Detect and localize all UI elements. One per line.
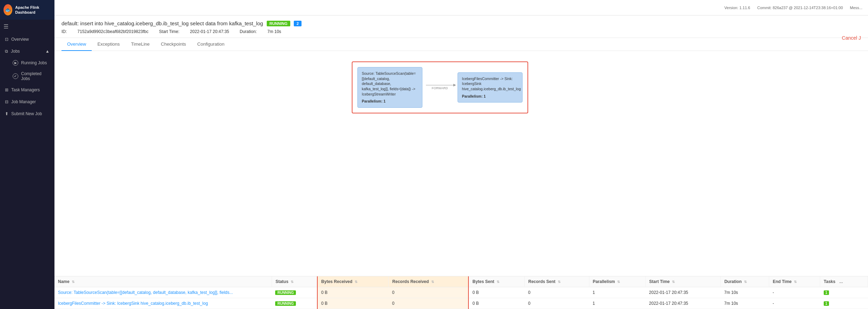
- job-start-time-value: 2022-01-17 20:47:35: [190, 29, 229, 34]
- col-header-bytes-received[interactable]: Bytes Received ⇅: [317, 276, 389, 287]
- row1-status-badge: RUNNING: [275, 290, 296, 295]
- job-title: default: insert into hive_catalog.iceber…: [61, 20, 263, 26]
- sidebar-item-overview[interactable]: ⊡ Overview: [0, 33, 54, 45]
- row2-status: RUNNING: [272, 298, 317, 309]
- row1-parallelism: 1: [589, 287, 646, 298]
- sort-bytes-received-icon: ⇅: [355, 280, 357, 284]
- row2-tasks-badge: 1: [824, 301, 829, 306]
- dag-arrow-line: [426, 85, 454, 86]
- col-header-parallelism[interactable]: Parallelism ⇅: [589, 276, 646, 287]
- tab-checkpoints[interactable]: Checkpoints: [155, 38, 192, 51]
- col-header-end-time[interactable]: End Time ⇅: [769, 276, 820, 287]
- table-row: Source: TableSourceScan(table=[[default_…: [54, 287, 868, 298]
- col-header-name[interactable]: Name ⇅: [54, 276, 272, 287]
- col-more-icon[interactable]: ...: [837, 278, 846, 285]
- dag-arrow-label: FORWARD: [432, 86, 448, 90]
- col-header-status[interactable]: Status ⇅: [272, 276, 317, 287]
- row2-status-badge: RUNNING: [275, 301, 296, 306]
- cancel-job-button[interactable]: Cancel J: [842, 35, 861, 41]
- logo-icon: 🐟: [4, 4, 12, 15]
- dag-arrow: FORWARD: [422, 85, 458, 90]
- row1-bytes-sent: 0 B: [468, 287, 524, 298]
- table-row: IcebergFilesCommitter -> Sink: IcebergSi…: [54, 298, 868, 309]
- dag-nodes: Source: TableSourceScan(table=[[default_…: [357, 67, 523, 108]
- sort-start-time-icon: ⇅: [672, 280, 675, 284]
- completed-jobs-icon: ✔: [13, 73, 18, 79]
- col-header-duration[interactable]: Duration ⇅: [721, 276, 769, 287]
- row2-bytes-received: 0 B: [317, 298, 389, 309]
- sidebar-item-running-jobs[interactable]: ▶ Running Jobs: [10, 57, 54, 68]
- running-jobs-icon: ▶: [13, 60, 18, 66]
- job-id-label: ID:: [61, 29, 67, 34]
- job-count-badge: 2: [294, 21, 302, 26]
- tab-timeline[interactable]: TimeLine: [125, 38, 155, 51]
- job-id-value: 7152a9d9902c3beaf682bf2019823fbc: [77, 29, 148, 34]
- row2-records-sent: 0: [525, 298, 589, 309]
- tab-bar: Overview Exceptions TimeLine Checkpoints…: [54, 38, 868, 51]
- row1-records-received: 0: [389, 287, 469, 298]
- tab-configuration[interactable]: Configuration: [192, 38, 230, 51]
- sidebar-item-completed-jobs[interactable]: ✔ Completed Jobs: [10, 68, 54, 84]
- dag-node-sink[interactable]: IcebergFilesCommitter -> Sink: IcebergSi…: [458, 72, 523, 103]
- job-status-badge: RUNNING: [267, 21, 290, 26]
- row1-start-time: 2022-01-17 20:47:35: [646, 287, 721, 298]
- sidebar-section-jobs-label: Jobs: [11, 49, 20, 54]
- sidebar: 🐟 Apache Flink Dashboard ☰ ⊡ Overview ⧉ …: [0, 0, 54, 309]
- sidebar-item-task-managers-label: Task Managers: [11, 87, 40, 92]
- row2-bytes-sent: 0 B: [468, 298, 524, 309]
- overview-icon: ⊡: [5, 37, 8, 42]
- sort-end-time-icon: ⇅: [794, 280, 797, 284]
- sidebar-item-running-jobs-label: Running Jobs: [21, 60, 47, 65]
- sidebar-item-job-manager[interactable]: ⊟ Job Manager: [0, 96, 54, 108]
- job-meta: ID: 7152a9d9902c3beaf682bf2019823fbc Sta…: [61, 29, 861, 34]
- row1-status: RUNNING: [272, 287, 317, 298]
- col-header-bytes-sent[interactable]: Bytes Sent ⇅: [468, 276, 524, 287]
- sidebar-item-submit-new-job[interactable]: ⬆ Submit New Job: [0, 108, 54, 120]
- sort-parallelism-icon: ⇅: [617, 280, 620, 284]
- row2-name[interactable]: IcebergFilesCommitter -> Sink: IcebergSi…: [54, 298, 272, 309]
- submit-new-job-icon: ⬆: [5, 111, 8, 116]
- col-header-records-received[interactable]: Records Received ⇅: [389, 276, 469, 287]
- sort-records-received-icon: ⇅: [431, 280, 434, 284]
- row1-bytes-received: 0 B: [317, 287, 389, 298]
- sidebar-item-task-managers[interactable]: ⊞ Task Managers: [0, 84, 54, 96]
- dag-container: Source: TableSourceScan(table=[[default_…: [352, 61, 535, 113]
- commit-info: Commit: 826a237 @ 2021-12-14T23:38:16+01…: [757, 6, 843, 10]
- logo-text: Apache Flink Dashboard: [15, 5, 51, 15]
- sidebar-section-jobs[interactable]: ⧉ Jobs ▲: [0, 45, 54, 57]
- dag-node-source[interactable]: Source: TableSourceScan(table=[[default_…: [357, 67, 422, 108]
- col-header-tasks[interactable]: Tasks ...: [820, 276, 868, 287]
- menu-toggle-icon[interactable]: ☰: [0, 20, 54, 33]
- logo-area: 🐟 Apache Flink Dashboard: [0, 0, 54, 20]
- row2-start-time: 2022-01-17 20:47:35: [646, 298, 721, 309]
- sidebar-item-submit-new-job-label: Submit New Job: [11, 111, 42, 116]
- jobs-icon: ⧉: [5, 49, 8, 54]
- row1-records-sent: 0: [525, 287, 589, 298]
- job-title-row: default: insert into hive_catalog.iceber…: [61, 20, 861, 26]
- col-header-start-time[interactable]: Start Time ⇅: [646, 276, 721, 287]
- job-duration-value: 7m 10s: [267, 29, 281, 34]
- version-info: Version: 1.11.6: [724, 6, 750, 10]
- dag-node-source-text: Source: TableSourceScan(table=[[default_…: [362, 71, 416, 96]
- main-content: Version: 1.11.6 Commit: 826a237 @ 2021-1…: [54, 0, 868, 309]
- row1-name[interactable]: Source: TableSourceScan(table=[[default_…: [54, 287, 272, 298]
- job-manager-icon: ⊟: [5, 99, 8, 104]
- tab-exceptions[interactable]: Exceptions: [92, 38, 125, 51]
- row2-end-time: -: [769, 298, 820, 309]
- messages-info: Mess...: [850, 6, 862, 10]
- col-header-records-sent[interactable]: Records Sent ⇅: [525, 276, 589, 287]
- dag-node-sink-text: IcebergFilesCommitter -> Sink: IcebergSi…: [462, 77, 521, 91]
- dag-outer-border: Source: TableSourceScan(table=[[default_…: [352, 61, 528, 113]
- dag-node-source-parallelism: Parallelism: 1: [362, 99, 418, 104]
- sidebar-sub-jobs: ▶ Running Jobs ✔ Completed Jobs: [0, 57, 54, 84]
- sort-status-icon: ⇅: [291, 280, 293, 284]
- row2-records-received: 0: [389, 298, 469, 309]
- sort-records-sent-icon: ⇅: [558, 280, 561, 284]
- jobs-table: Name ⇅ Status ⇅ Bytes Received ⇅ Records…: [54, 276, 868, 309]
- dag-node-sink-parallelism: Parallelism: 1: [462, 94, 518, 99]
- tab-overview[interactable]: Overview: [61, 38, 92, 51]
- row2-parallelism: 1: [589, 298, 646, 309]
- row2-duration: 7m 10s: [721, 298, 769, 309]
- row1-tasks: 1: [820, 287, 868, 298]
- task-managers-icon: ⊞: [5, 87, 8, 92]
